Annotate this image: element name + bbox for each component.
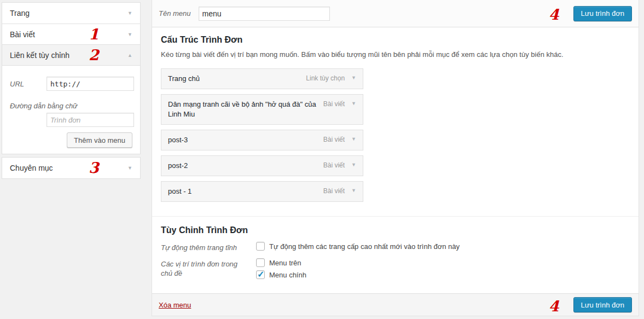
accordion-group: Trang ▼ Bài viết 1 ▼ Liên kết tùy chỉnh … <box>2 2 141 154</box>
auto-add-checkbox[interactable] <box>256 242 265 251</box>
menu-item-label: post-2 <box>168 161 323 171</box>
annotation-2: 2 <box>89 48 99 62</box>
menu-item-label: Trang chủ <box>168 74 306 84</box>
menu-name-input[interactable] <box>199 7 330 21</box>
sidebar-panel-custom-links[interactable]: Liên kết tùy chỉnh 2 ▲ <box>2 44 140 65</box>
chevron-down-icon[interactable]: ▼ <box>351 101 356 106</box>
location-top-menu-checkbox[interactable] <box>256 258 265 267</box>
structure-title: Cấu Trúc Trình Đơn <box>161 35 630 45</box>
menu-item-label: post-3 <box>168 135 323 145</box>
locations-label: Các vị trí trình đơn trong chủ đề <box>161 258 250 282</box>
menu-name-label: Tên menu <box>159 9 191 18</box>
menu-item-type: Bài viết <box>323 100 345 108</box>
menu-item-label: post - 1 <box>168 187 323 196</box>
metabox-sidebar: Trang ▼ Bài viết 1 ▼ Liên kết tùy chỉnh … <box>2 2 141 179</box>
location-main-menu-checkbox[interactable] <box>256 270 265 279</box>
panel-label: Liên kết tùy chỉnh <box>10 51 69 60</box>
menu-footer-bar: Xóa menu 4 Lưu trình đơn <box>152 293 639 316</box>
save-menu-button-bottom[interactable]: Lưu trình đơn <box>573 297 632 312</box>
panel-label: Bài viết <box>10 30 35 39</box>
location-top-menu-label: Menu trên <box>269 259 301 267</box>
auto-add-option-label: Tự động thêm các trang cấp cao nhất mới … <box>269 242 460 251</box>
auto-add-label: Tự động thêm trang tĩnh <box>161 242 250 254</box>
annotation-3: 3 <box>89 160 99 175</box>
link-text-input[interactable] <box>47 113 134 127</box>
menu-item-type: Bài viết <box>323 136 345 143</box>
custom-link-form: URL Đường dẫn bằng chữ Thêm vào menu <box>2 65 140 154</box>
chevron-down-icon[interactable]: ▼ <box>127 10 132 16</box>
sidebar-panel-pages[interactable]: Trang ▼ <box>2 3 140 24</box>
menu-item-post-1[interactable]: post - 1 Bài viết ▼ <box>161 181 363 202</box>
add-to-menu-button[interactable]: Thêm vào menu <box>67 132 132 148</box>
sidebar-panel-categories[interactable]: Chuyên mục 3 ▼ <box>2 158 140 178</box>
settings-title: Tùy Chỉnh Trình Đơn <box>161 225 630 235</box>
annotation-1: 1 <box>89 27 99 42</box>
chevron-down-icon[interactable]: ▼ <box>351 188 356 193</box>
url-input[interactable] <box>47 77 134 91</box>
menu-item-post-2[interactable]: post-2 Bài viết ▼ <box>161 155 363 176</box>
theme-locations-row: Các vị trí trình đơn trong chủ đề Menu t… <box>161 258 630 282</box>
menu-structure-section: Cấu Trúc Trình Đơn Kéo từng bài viết đến… <box>152 27 639 282</box>
menu-item-type: Bài viết <box>323 187 345 195</box>
menu-item-list: Trang chủ Link tùy chọn ▼ Dân mạng tranh… <box>161 68 363 202</box>
chevron-down-icon[interactable]: ▼ <box>351 136 356 142</box>
menu-item-label: Dân mạng tranh cãi về bộ ảnh "hở quá đà"… <box>168 100 323 119</box>
save-menu-button-top[interactable]: Lưu trình đơn <box>573 6 632 21</box>
chevron-down-icon[interactable]: ▼ <box>127 165 132 171</box>
menu-settings-section: Tùy Chỉnh Trình Đơn Tự động thêm trang t… <box>161 217 630 282</box>
url-label: URL <box>10 80 24 88</box>
panel-label: Trang <box>10 9 30 18</box>
annotation-4-bottom: 4 <box>549 299 559 314</box>
chevron-up-icon[interactable]: ▲ <box>127 53 132 58</box>
menu-name-bar: Tên menu 4 Lưu trình đơn <box>152 0 639 27</box>
menu-item-type: Bài viết <box>323 161 345 169</box>
link-text-label: Đường dẫn bằng chữ <box>10 102 77 110</box>
panel-label: Chuyên mục <box>10 164 53 172</box>
chevron-down-icon[interactable]: ▼ <box>351 75 356 80</box>
menu-item-post-3[interactable]: post-3 Bài viết ▼ <box>161 130 363 150</box>
sidebar-panel-posts[interactable]: Bài viết 1 ▼ <box>2 24 140 44</box>
menu-editor-panel: Tên menu 4 Lưu trình đơn Cấu Trúc Trình … <box>152 0 639 316</box>
menu-item-type: Link tùy chọn <box>306 74 345 82</box>
location-main-menu-label: Menu chính <box>269 271 306 279</box>
chevron-down-icon[interactable]: ▼ <box>351 162 356 167</box>
chevron-down-icon[interactable]: ▼ <box>127 32 132 37</box>
menu-item-post-linhmiu[interactable]: Dân mạng tranh cãi về bộ ảnh "hở quá đà"… <box>161 94 363 125</box>
delete-menu-link[interactable]: Xóa menu <box>159 301 191 309</box>
annotation-4-top: 4 <box>549 7 559 22</box>
structure-description: Kéo từng bài viết đến vị trí bạn mong mu… <box>161 50 630 59</box>
menu-item-home[interactable]: Trang chủ Link tùy chọn ▼ <box>161 68 363 89</box>
accordion-group-categories: Chuyên mục 3 ▼ <box>2 157 141 179</box>
auto-add-row: Tự động thêm trang tĩnh Tự động thêm các… <box>161 242 630 254</box>
